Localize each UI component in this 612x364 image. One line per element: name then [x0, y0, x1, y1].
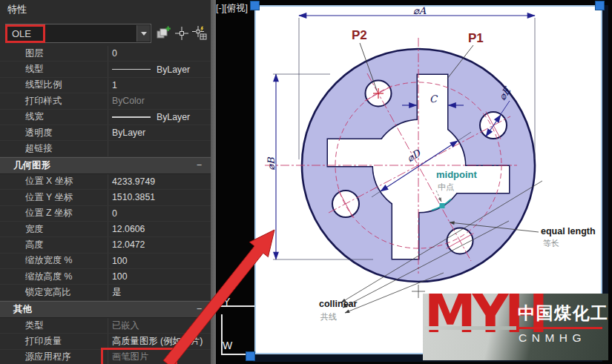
- property-label: 位置 Y 坐标: [0, 190, 108, 205]
- property-label: 线宽: [0, 110, 108, 125]
- palette-title: 特性: [0, 0, 216, 19]
- property-row[interactable]: 缩放宽度 %100: [0, 254, 211, 269]
- property-value[interactable]: 4233.9749: [108, 174, 211, 189]
- ucs-w-label: W: [223, 340, 232, 351]
- property-value-text: 高质量图形 (例如照片): [112, 335, 203, 348]
- watermark-chinese-name: 中国煤化工: [518, 302, 608, 325]
- object-type-combobox[interactable]: OLE: [5, 24, 151, 43]
- property-value[interactable]: [108, 141, 211, 156]
- property-value-text: 画笔图片: [112, 351, 148, 363]
- property-label: 宽度: [0, 222, 108, 236]
- select-objects-icon[interactable]: [174, 25, 190, 42]
- property-label: 高度: [0, 237, 108, 252]
- property-value[interactable]: 0: [108, 206, 211, 221]
- section-title: 几何图形: [13, 159, 50, 172]
- section-collapse-button[interactable]: −: [197, 304, 202, 314]
- property-value-text: ByLayer: [157, 64, 190, 75]
- properties-palette: 特性 OLE: [0, 0, 216, 364]
- watermark-divider: [518, 327, 602, 329]
- property-label: 源应用程序: [0, 350, 108, 364]
- property-value[interactable]: 已嵌入: [108, 318, 211, 333]
- viewport-controls-label[interactable]: [-][俯视]: [216, 2, 248, 15]
- property-rows: 图层0线型ByLayer线型比例1打印样式ByColor线宽ByLayer透明度…: [0, 46, 211, 364]
- property-row[interactable]: 位置 X 坐标4233.9749: [0, 174, 211, 190]
- property-value[interactable]: ByLayer: [108, 125, 211, 140]
- property-value[interactable]: 12.0606: [108, 222, 211, 236]
- property-value[interactable]: 12.0472: [108, 237, 211, 252]
- p1-label: P1: [468, 31, 484, 45]
- grip-top-right[interactable]: [595, 1, 605, 10]
- dim-a-label: ⌀A: [413, 7, 427, 16]
- property-value[interactable]: ByLayer: [108, 110, 211, 125]
- property-row[interactable]: 类型已嵌入: [0, 318, 211, 334]
- property-label: 打印样式: [0, 93, 108, 108]
- property-label: 缩放宽度 %: [0, 254, 108, 268]
- property-value-text: 0: [112, 48, 117, 59]
- toggle-pickadd-icon[interactable]: [155, 25, 171, 42]
- equal-length-label-cn: 等长: [543, 239, 559, 248]
- collinear-label-cn: 共线: [320, 312, 337, 321]
- property-label: 位置 Z 坐标: [0, 206, 108, 221]
- property-row[interactable]: 源应用程序画笔图片: [0, 350, 211, 364]
- midpoint-marker: [440, 203, 445, 208]
- property-row[interactable]: 锁定宽高比是: [0, 285, 211, 300]
- section-header[interactable]: 其他−: [0, 301, 211, 318]
- palette-resize-edge[interactable]: [211, 0, 216, 364]
- property-row[interactable]: 线型比例1: [0, 78, 211, 93]
- property-value[interactable]: 1510.3851: [108, 190, 211, 205]
- ucs-icon-x-axis: [212, 305, 255, 307]
- grip-bottom-left[interactable]: [246, 351, 255, 361]
- property-label: 线型比例: [0, 78, 108, 93]
- property-value-text: 12.0472: [112, 239, 145, 250]
- section-collapse-button[interactable]: −: [197, 160, 202, 171]
- property-row[interactable]: 位置 Z 坐标0: [0, 206, 211, 222]
- property-value[interactable]: ByColor: [108, 93, 211, 108]
- property-value-text: ByLayer: [157, 112, 190, 122]
- property-value[interactable]: 0: [108, 46, 211, 61]
- property-value-text: 1510.3851: [112, 192, 155, 202]
- property-label: 超链接: [0, 141, 108, 156]
- property-row[interactable]: 打印质量高质量图形 (例如照片): [0, 334, 211, 349]
- midpoint-constraint-label: midpoint: [436, 169, 478, 180]
- property-row[interactable]: 宽度12.0606: [0, 222, 211, 237]
- property-row[interactable]: 高度12.0472: [0, 237, 211, 253]
- property-value[interactable]: 画笔图片: [108, 350, 211, 364]
- property-value[interactable]: ByLayer: [108, 62, 211, 76]
- grip-top-left[interactable]: [250, 1, 260, 10]
- object-type-value: OLE: [7, 27, 43, 41]
- property-value-text: 1: [112, 80, 117, 90]
- property-value-text: 12.0606: [112, 224, 145, 234]
- property-value-text: 4233.9749: [112, 176, 155, 187]
- section-header[interactable]: 几何图形−: [0, 157, 211, 174]
- property-value[interactable]: 高质量图形 (例如照片): [108, 334, 211, 348]
- property-label: 透明度: [0, 125, 108, 140]
- property-row[interactable]: 打印样式ByColor: [0, 93, 211, 109]
- property-row[interactable]: 图层0: [0, 46, 211, 62]
- property-value[interactable]: 100: [108, 269, 211, 284]
- equal-length-label: equal length: [541, 226, 596, 236]
- dim-b-label: ⌀B: [266, 156, 277, 171]
- linetype-sample: [112, 69, 151, 70]
- property-label: 打印质量: [0, 334, 108, 348]
- property-value-text: 100: [112, 256, 128, 266]
- property-value[interactable]: 1: [108, 78, 211, 93]
- property-label: 缩放高度 %: [0, 269, 108, 284]
- linetype-sample: [112, 116, 151, 119]
- property-value[interactable]: 100: [108, 254, 211, 268]
- property-value-text: 已嵌入: [112, 320, 139, 332]
- property-row[interactable]: 线型ByLayer: [0, 62, 211, 77]
- quick-select-icon[interactable]: [191, 25, 208, 42]
- myh-logo-stencil-gap: [424, 326, 516, 330]
- property-row[interactable]: 线宽ByLayer: [0, 110, 211, 125]
- combobox-dropdown-button[interactable]: [136, 25, 150, 42]
- property-row[interactable]: 超链接: [0, 141, 211, 156]
- property-row[interactable]: 缩放高度 %100: [0, 269, 211, 285]
- property-value-text: 100: [112, 271, 128, 282]
- watermark-acronym: CNMHG: [519, 331, 586, 345]
- section-title: 其他: [13, 303, 32, 316]
- property-row[interactable]: 透明度ByLayer: [0, 125, 211, 141]
- property-row[interactable]: 位置 Y 坐标1510.3851: [0, 190, 211, 205]
- midpoint-constraint-label-cn: 中点: [438, 182, 454, 191]
- property-value-text: ByColor: [112, 96, 145, 106]
- property-value[interactable]: 是: [108, 285, 211, 300]
